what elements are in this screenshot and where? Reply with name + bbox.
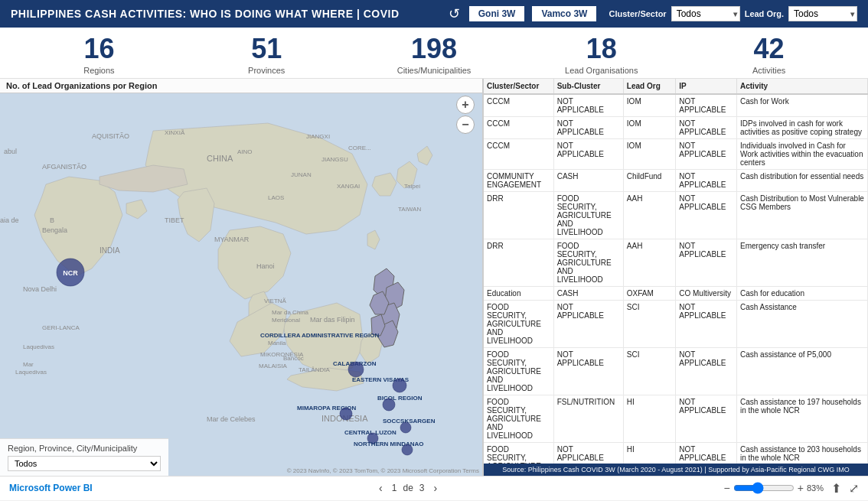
cell-leadorg: SCI: [623, 347, 675, 395]
col-header-ip: IP: [676, 79, 737, 94]
svg-text:MALAISIA: MALAISIA: [259, 363, 288, 369]
fullscreen-button[interactable]: ⤢: [849, 481, 859, 496]
cell-subcluster: NOT APPLICABLE: [553, 94, 623, 117]
zoom-out-button[interactable]: −: [456, 115, 475, 134]
col-header-activity: Activity: [737, 79, 868, 94]
zoom-in-button[interactable]: +: [456, 96, 475, 114]
map-area: No. of Lead Organizations por Region: [0, 79, 482, 476]
table-row[interactable]: DRRFOOD SECURITY, AGRICULTURE AND LIVELI…: [484, 239, 868, 286]
table-row[interactable]: CCCMNOT APPLICABLEIOMNOT APPLICABLEIndiv…: [484, 138, 868, 169]
cell-subcluster: FSL/NUTRITION: [553, 395, 623, 442]
cell-activity: Cash assistance of P5,000: [737, 347, 868, 395]
zoom-percent: 83%: [807, 483, 824, 493]
cluster-filter-label: Cluster/Sector: [609, 9, 666, 18]
table-row[interactable]: COMMUNITY ENGAGEMENTCASHChildFundNOT APP…: [484, 169, 868, 191]
stat-item-regions: 16 Regions: [15, 34, 183, 75]
map-title: No. of Lead Organizations por Region: [0, 79, 482, 93]
svg-text:Mar das Filipin: Mar das Filipin: [310, 316, 355, 324]
cell-activity: Emergency cash transfer: [737, 239, 868, 286]
stat-item-provinces: 51 Provinces: [183, 34, 351, 75]
table-row[interactable]: DRRFOOD SECURITY, AGRICULTURE AND LIVELI…: [484, 191, 868, 239]
svg-text:MYANMAR: MYANMAR: [214, 236, 250, 243]
svg-text:VIETNÃ: VIETNÃ: [264, 298, 287, 304]
zoom-plus-button[interactable]: +: [798, 482, 804, 494]
source-bar: Source: Philippines Cash COVID 3W (March…: [484, 464, 868, 476]
svg-text:JUNAN: JUNAN: [291, 171, 312, 178]
table-scroll[interactable]: Cluster/SectorSub-ClusterLead OrgIPActiv…: [484, 79, 868, 464]
svg-text:AINO: AINO: [237, 148, 253, 155]
table-area: Cluster/SectorSub-ClusterLead OrgIPActiv…: [482, 79, 868, 476]
footer-right: − + 83% ⬆ ⤢: [724, 481, 859, 496]
svg-text:MIKORONÉSIA: MIKORONÉSIA: [260, 351, 304, 358]
header-controls: ↺ Goni 3W Vamco 3W Cluster/Sector Todos …: [445, 4, 857, 24]
table-row[interactable]: FOOD SECURITY, AGRICULTURE AND LIVELIHOO…: [484, 442, 868, 464]
map-filter-select[interactable]: Todos: [8, 456, 161, 471]
next-page-button[interactable]: ›: [431, 482, 441, 494]
cell-subcluster: NOT APPLICABLE: [553, 347, 623, 395]
cell-activity: Cash distribution for essential needs: [737, 169, 868, 191]
svg-text:TIBET: TIBET: [165, 216, 184, 224]
svg-text:Bengala: Bengala: [42, 226, 67, 234]
svg-text:Laquedivas: Laquedivas: [23, 343, 54, 350]
map-filter-label: Region, Province, City/Municipality: [8, 444, 137, 453]
cell-cluster: CCCM: [484, 138, 553, 169]
table-header: Cluster/SectorSub-ClusterLead OrgIPActiv…: [484, 79, 868, 94]
map-svg: INDONESIA INDIA CHINA MYANMAR Hanoi Mar …: [0, 93, 482, 460]
header: PHILIPPINES CASH ACTIVITIES: WHO IS DOIN…: [0, 0, 868, 28]
page-current: 1: [392, 483, 397, 493]
share-button[interactable]: ⬆: [831, 481, 841, 496]
leadorg-filter-wrapper: Todos: [788, 6, 857, 21]
cell-activity: Cash assistance to 203 households in the…: [737, 442, 868, 464]
stat-number: 18: [517, 34, 685, 64]
cell-activity: IDPs involved in cash for work activitie…: [737, 116, 868, 138]
prev-page-button[interactable]: ‹: [376, 482, 386, 494]
table-row[interactable]: CCCMNOT APPLICABLEIOMNOT APPLICABLECash …: [484, 94, 868, 117]
table-row[interactable]: FOOD SECURITY, AGRICULTURE AND LIVELIHOO…: [484, 347, 868, 395]
zoom-slider[interactable]: [733, 482, 795, 494]
cell-leadorg: IOM: [623, 138, 675, 169]
leadorg-filter-select[interactable]: Todos: [788, 6, 857, 21]
cell-leadorg: AAH: [623, 191, 675, 239]
table-row[interactable]: EducationCASHOXFAMCO MultiversityCash fo…: [484, 286, 868, 300]
cell-ip: NOT APPLICABLE: [676, 300, 737, 347]
cell-cluster: DRR: [484, 191, 553, 239]
powerbi-link[interactable]: Microsoft Power BI: [9, 483, 93, 493]
zoom-minus-button[interactable]: −: [724, 482, 730, 494]
stat-item-cities/municipalities: 198 Cities/Municipalities: [351, 34, 518, 75]
data-table: Cluster/SectorSub-ClusterLead OrgIPActiv…: [484, 79, 868, 464]
cell-leadorg: SCI: [623, 300, 675, 347]
cell-ip: NOT APPLICABLE: [676, 169, 737, 191]
cell-cluster: CCCM: [484, 94, 553, 117]
footer-pagination: ‹ 1 de 3 ›: [376, 482, 440, 494]
cell-activity: Individuals involved in Cash for Work ac…: [737, 138, 868, 169]
table-row[interactable]: FOOD SECURITY, AGRICULTURE AND LIVELIHOO…: [484, 395, 868, 442]
stat-item-lead-organisations: 18 Lead Organisations: [517, 34, 685, 75]
svg-point-41: [348, 362, 364, 377]
cell-activity: Cash Assistance: [737, 300, 868, 347]
tab-goni[interactable]: Goni 3W: [468, 5, 527, 23]
table-row[interactable]: CCCMNOT APPLICABLEIOMNOT APPLICABLEIDPs …: [484, 116, 868, 138]
svg-point-45: [383, 399, 395, 411]
refresh-button[interactable]: ↺: [445, 4, 463, 24]
cell-activity: Cash assistance to 197 households in the…: [737, 395, 868, 442]
svg-text:Hanoi: Hanoi: [256, 262, 275, 270]
svg-text:Mar: Mar: [23, 361, 34, 368]
stats-row: 16 Regions51 Provinces198 Cities/Municip…: [0, 28, 868, 79]
cluster-filter-select[interactable]: Todos: [671, 6, 740, 21]
table-row[interactable]: FOOD SECURITY, AGRICULTURE AND LIVELIHOO…: [484, 300, 868, 347]
col-header-subcluster: Sub-Cluster: [553, 79, 623, 94]
svg-text:CHINA: CHINA: [207, 154, 233, 163]
svg-text:Mar de Celebes: Mar de Celebes: [207, 415, 256, 423]
svg-point-43: [393, 379, 406, 392]
cell-subcluster: NOT APPLICABLE: [553, 138, 623, 169]
stat-item-activities: 42 Activities: [685, 34, 853, 75]
svg-text:Taipei: Taipei: [404, 183, 420, 190]
svg-text:INDIA: INDIA: [100, 246, 120, 255]
tab-vamco[interactable]: Vamco 3W: [530, 5, 598, 23]
svg-text:Nova Delhi: Nova Delhi: [23, 285, 57, 293]
svg-point-47: [340, 408, 352, 420]
stat-label: Lead Organisations: [517, 66, 685, 75]
main-content: No. of Lead Organizations por Region: [0, 79, 868, 476]
cell-ip: CO Multiversity: [676, 286, 737, 300]
cell-leadorg: IOM: [623, 94, 675, 117]
